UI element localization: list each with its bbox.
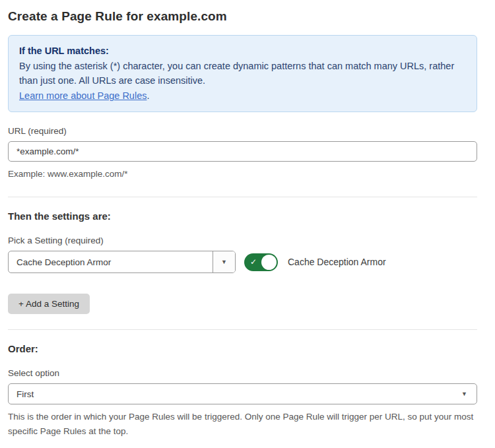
setting-dropdown-value: Cache Deception Armor [9,251,213,272]
link-suffix: . [147,90,149,101]
order-select-value: First [16,389,34,399]
learn-more-link[interactable]: Learn more about Page Rules [19,90,147,101]
divider [8,197,477,197]
toggle-label: Cache Deception Armor [288,257,386,267]
check-icon: ✓ [250,258,257,266]
info-box-link-line: Learn more about Page Rules. [19,88,466,103]
toggle-knob [261,255,277,270]
caret-down-icon: ▼ [221,259,227,265]
divider [8,329,477,330]
pick-setting-label: Pick a Setting (required) [8,236,477,245]
order-section-heading: Order: [8,343,477,354]
select-option-label: Select option [8,368,477,378]
info-box-body: By using the asterisk (*) character, you… [19,59,466,88]
setting-dropdown[interactable]: Cache Deception Armor ▼ [8,251,236,273]
settings-section-heading: Then the settings are: [8,210,477,222]
url-input[interactable] [8,141,477,162]
url-example-helper: Example: www.example.com/* [8,167,477,181]
caret-down-icon: ▼ [461,391,467,397]
order-helper: This is the order in which your Page Rul… [8,410,477,439]
info-box-heading: If the URL matches: [19,44,466,58]
setting-row: Cache Deception Armor ▼ ✓ Cache Deceptio… [8,251,477,273]
create-page-rule-form: Create a Page Rule for example.com If th… [0,0,495,448]
url-label: URL (required) [8,126,477,136]
url-matches-info-box: If the URL matches: By using the asteris… [8,35,477,112]
setting-toggle[interactable]: ✓ [244,253,278,271]
page-title: Create a Page Rule for example.com [8,9,477,24]
add-setting-button[interactable]: + Add a Setting [8,294,90,314]
setting-toggle-group: ✓ Cache Deception Armor [244,253,386,271]
setting-dropdown-caret-button[interactable]: ▼ [213,251,235,272]
order-select[interactable]: First ▼ [8,383,477,404]
